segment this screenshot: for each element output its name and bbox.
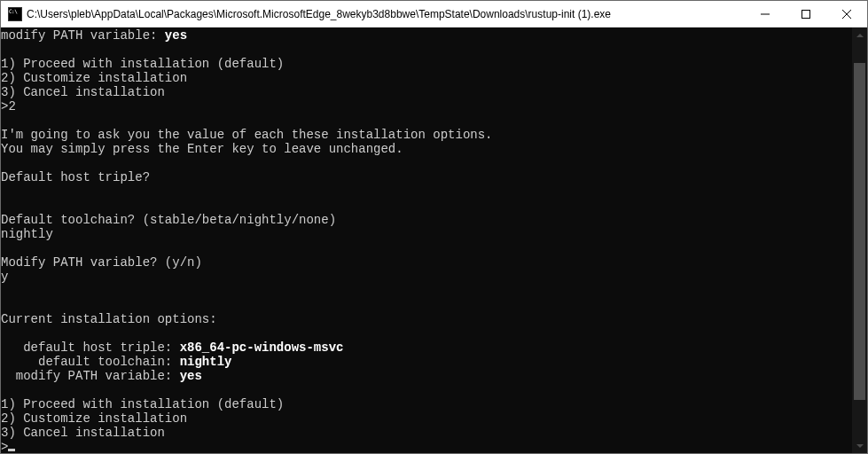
ask-line-2: You may simply press the Enter key to le… bbox=[1, 142, 852, 156]
cur-toolchain-label: default toolchain: bbox=[1, 355, 180, 369]
cur-path-value: yes bbox=[180, 369, 202, 383]
menu2-option-1: 1) Proceed with installation (default) bbox=[1, 397, 852, 411]
menu2-option-2: 2) Customize installation bbox=[1, 411, 852, 426]
question-path: Modify PATH variable? (y/n) bbox=[1, 255, 852, 270]
menu-option-2: 2) Customize installation bbox=[1, 71, 852, 85]
answer-host bbox=[1, 184, 852, 199]
menu-prompt-answer: >2 bbox=[1, 99, 852, 114]
terminal-cursor bbox=[8, 449, 15, 451]
scrollbar-thumb[interactable] bbox=[854, 63, 865, 400]
current-header: Current installation options: bbox=[1, 312, 852, 326]
svg-rect-0 bbox=[802, 10, 810, 18]
cur-host-label: default host triple: bbox=[1, 340, 180, 355]
client-area: modify PATH variable: yes 1) Proceed wit… bbox=[1, 27, 867, 453]
menu-option-1: 1) Proceed with installation (default) bbox=[1, 57, 852, 71]
minimize-button[interactable] bbox=[745, 1, 786, 27]
terminal-output[interactable]: modify PATH variable: yes 1) Proceed wit… bbox=[1, 27, 852, 453]
console-app-icon bbox=[8, 7, 22, 21]
question-host: Default host triple? bbox=[1, 170, 852, 184]
answer-toolchain: nightly bbox=[1, 227, 852, 241]
prev-modify-value: yes bbox=[165, 28, 187, 43]
chevron-up-icon bbox=[856, 34, 864, 37]
maximize-icon bbox=[802, 10, 810, 19]
cur-toolchain-value: nightly bbox=[180, 355, 232, 369]
app-window: C:\Users\pleb\AppData\Local\Packages\Mic… bbox=[0, 0, 868, 454]
titlebar[interactable]: C:\Users\pleb\AppData\Local\Packages\Mic… bbox=[1, 1, 867, 27]
chevron-down-icon bbox=[856, 444, 864, 448]
cur-host-value: x86_64-pc-windows-msvc bbox=[180, 340, 344, 355]
close-button[interactable] bbox=[826, 1, 867, 27]
menu-option-3: 3) Cancel installation bbox=[1, 85, 852, 99]
prev-modify-label: modify PATH variable: bbox=[1, 28, 165, 43]
window-controls bbox=[745, 1, 867, 27]
menu2-option-3: 3) Cancel installation bbox=[1, 426, 852, 440]
maximize-button[interactable] bbox=[786, 1, 826, 27]
menu2-prompt: > bbox=[1, 440, 8, 453]
cur-path-label: modify PATH variable: bbox=[1, 369, 180, 383]
question-toolchain: Default toolchain? (stable/beta/nightly/… bbox=[1, 213, 852, 227]
ask-line-1: I'm going to ask you the value of each t… bbox=[1, 128, 852, 142]
answer-path: y bbox=[1, 270, 852, 284]
scroll-down-button[interactable] bbox=[852, 438, 867, 453]
vertical-scrollbar[interactable] bbox=[852, 27, 867, 453]
scroll-up-button[interactable] bbox=[852, 27, 867, 43]
window-title: C:\Users\pleb\AppData\Local\Packages\Mic… bbox=[27, 8, 745, 20]
minimize-icon bbox=[761, 10, 770, 19]
close-icon bbox=[842, 10, 851, 19]
